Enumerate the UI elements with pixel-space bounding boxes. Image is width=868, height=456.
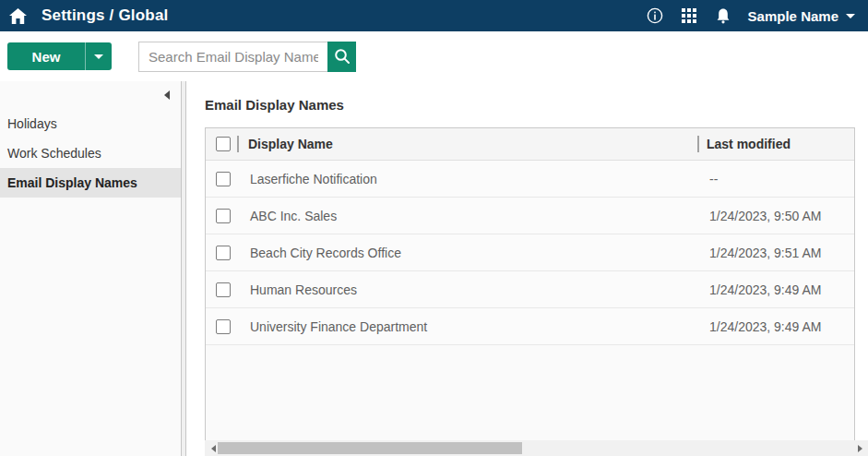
search-input[interactable] — [138, 42, 327, 72]
display-name-cell: Human Resources — [231, 282, 697, 297]
sidebar-item-label: Holidays — [7, 116, 57, 131]
account-menu-button[interactable]: Sample Name — [748, 8, 855, 24]
display-name-cell: ABC Inc. Sales — [231, 209, 697, 223]
apps-grid-icon — [681, 7, 697, 24]
row-checkbox[interactable] — [216, 172, 231, 186]
home-button[interactable] — [9, 8, 27, 24]
new-button[interactable]: New — [7, 42, 86, 70]
table-header-row: Display Name Last modified — [206, 128, 854, 161]
content-area: Holidays Work Schedules Email Display Na… — [0, 81, 868, 456]
info-icon — [647, 7, 663, 24]
sidebar-item-holidays[interactable]: Holidays — [0, 109, 181, 138]
table-row[interactable]: University Finance Department 1/24/2023,… — [206, 308, 854, 345]
scroll-right-icon — [858, 445, 862, 452]
sidebar: Holidays Work Schedules Email Display Na… — [0, 81, 181, 456]
email-display-names-table: Display Name Last modified Laserfiche No… — [205, 127, 855, 440]
column-label: Last modified — [699, 137, 791, 151]
app-header: Settings / Global — [0, 0, 868, 31]
row-checkbox[interactable] — [216, 246, 231, 260]
toolbar: New — [0, 31, 868, 81]
sidebar-item-work-schedules[interactable]: Work Schedules — [0, 138, 181, 168]
page-title: Settings / Global — [42, 6, 169, 25]
last-modified-cell: 1/24/2023, 9:49 AM — [697, 282, 854, 297]
display-name-cell: University Finance Department — [231, 319, 697, 334]
select-all-checkbox[interactable] — [216, 137, 231, 151]
display-name-cell: Laserfiche Notification — [231, 172, 697, 186]
app-picker-button[interactable] — [677, 4, 701, 28]
table-row[interactable]: Laserfiche Notification -- — [206, 161, 854, 198]
account-name: Sample Name — [748, 8, 838, 24]
column-header-last-modified[interactable]: Last modified — [697, 136, 854, 152]
scrollbar-thumb[interactable] — [218, 442, 522, 454]
search-button[interactable] — [327, 42, 356, 72]
sidebar-collapse-row — [0, 81, 181, 102]
sidebar-nav: Holidays Work Schedules Email Display Na… — [0, 109, 181, 198]
row-checkbox[interactable] — [216, 209, 231, 223]
chevron-down-icon — [94, 54, 103, 59]
chevron-down-icon — [846, 14, 855, 18]
display-name-cell: Beach City Records Office — [231, 246, 697, 260]
sidebar-item-email-display-names[interactable]: Email Display Names — [0, 168, 181, 198]
notifications-button[interactable] — [711, 4, 735, 28]
new-split-button: New — [7, 42, 112, 70]
info-button[interactable] — [643, 4, 667, 28]
last-modified-cell: 1/24/2023, 9:51 AM — [697, 246, 854, 260]
scroll-left-icon — [211, 445, 216, 452]
search-icon — [334, 48, 351, 65]
page-section-heading: Email Display Names — [205, 96, 868, 114]
bell-icon — [715, 7, 731, 25]
sidebar-item-label: Work Schedules — [7, 146, 101, 161]
table-row[interactable]: Human Resources 1/24/2023, 9:49 AM — [206, 271, 854, 308]
last-modified-cell: 1/24/2023, 9:49 AM — [697, 319, 854, 334]
sidebar-collapse-button[interactable] — [164, 90, 170, 100]
table-row[interactable]: ABC Inc. Sales 1/24/2023, 9:50 AM — [206, 198, 854, 234]
new-dropdown-button[interactable] — [86, 42, 112, 70]
scroll-right-button[interactable] — [853, 440, 866, 456]
chevron-left-icon — [164, 90, 170, 100]
column-header-display-name[interactable]: Display Name — [239, 137, 697, 151]
sidebar-item-label: Email Display Names — [7, 175, 137, 190]
last-modified-cell: 1/24/2023, 9:50 AM — [697, 209, 854, 223]
table-row[interactable]: Beach City Records Office 1/24/2023, 9:5… — [206, 234, 854, 271]
last-modified-cell: -- — [697, 172, 854, 186]
main-panel: Email Display Names Display Name Last mo… — [186, 81, 868, 456]
row-checkbox[interactable] — [216, 319, 231, 334]
column-label: Display Name — [248, 137, 333, 151]
horizontal-scrollbar[interactable] — [205, 440, 868, 456]
search-group — [138, 42, 356, 72]
row-checkbox[interactable] — [216, 282, 231, 297]
home-icon — [9, 8, 27, 24]
